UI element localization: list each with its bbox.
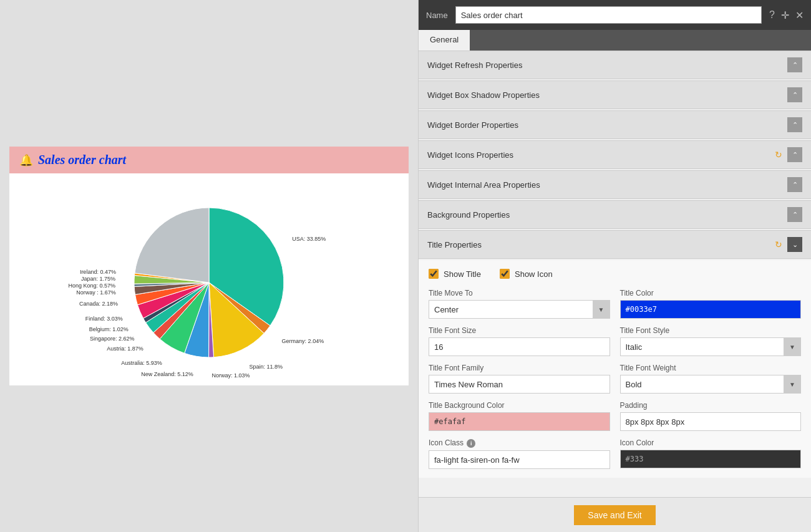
- section-border[interactable]: Widget Border Properties ⌃: [419, 110, 811, 139]
- help-icon[interactable]: ?: [769, 9, 775, 21]
- field-title-bg-color: Title Background Color #efafaf: [429, 401, 610, 431]
- title-bg-color-swatch[interactable]: #efafaf: [429, 412, 610, 431]
- field-title-font-style: Title Font Style Italic Normal Oblique ▼: [620, 326, 802, 356]
- icon-class-input[interactable]: [429, 450, 610, 469]
- section-background-label: Background Properties: [427, 210, 510, 220]
- show-title-label: Show Title: [444, 269, 481, 279]
- label-title-bg-color: Title Background Color: [429, 401, 610, 410]
- chart-title-icon: 🔔: [19, 153, 33, 167]
- show-title-checkbox[interactable]: [429, 269, 439, 279]
- move-icon[interactable]: ✛: [781, 9, 789, 21]
- section-refresh-controls: ⌃: [787, 57, 802, 72]
- title-font-weight-wrapper: Bold Normal Bolder Lighter ▼: [620, 375, 802, 394]
- widget-name-input[interactable]: [455, 6, 762, 24]
- show-icon-checkbox[interactable]: [500, 269, 510, 279]
- section-shadow-label: Widget Box Shadow Properties: [427, 90, 540, 100]
- section-internal-label: Widget Internal Area Properties: [427, 180, 540, 190]
- save-exit-button[interactable]: Save and Exit: [574, 505, 655, 525]
- chart-title-bar: 🔔 Sales order chart: [9, 147, 409, 173]
- label-icon-color: Icon Color: [620, 438, 802, 447]
- title-font-style-select[interactable]: Italic Normal Oblique: [620, 337, 802, 356]
- section-refresh-chevron[interactable]: ⌃: [787, 57, 802, 72]
- label-title-move-to: Title Move To: [429, 289, 610, 297]
- icon-color-swatch[interactable]: #333: [620, 450, 802, 468]
- section-internal-controls: ⌃: [787, 177, 802, 192]
- field-title-font-weight: Title Font Weight Bold Normal Bolder Lig…: [620, 364, 802, 394]
- section-background-chevron[interactable]: ⌃: [787, 207, 802, 222]
- section-internal[interactable]: Widget Internal Area Properties ⌃: [419, 170, 811, 199]
- panel-header: Name ? ✛ ✕: [419, 0, 811, 30]
- svg-text:Germany: 2.04%: Germany: 2.04%: [282, 338, 324, 344]
- header-icons: ? ✛ ✕: [769, 9, 804, 21]
- padding-input[interactable]: [620, 412, 802, 431]
- section-internal-chevron[interactable]: ⌃: [787, 177, 802, 192]
- chart-title-text: Sales order chart: [38, 153, 126, 167]
- chart-widget: 🔔 Sales order chart USA: 33.85%Germany: …: [9, 147, 409, 385]
- title-move-to-select[interactable]: Center Left Right: [429, 300, 610, 319]
- icon-class-info[interactable]: i: [467, 439, 475, 448]
- checkbox-row: Show Title Show Icon: [429, 269, 801, 279]
- label-title-color: Title Color: [620, 289, 802, 297]
- icons-refresh-icon[interactable]: ↻: [775, 150, 782, 160]
- svg-text:Norway : 1.67%: Norway : 1.67%: [76, 289, 116, 296]
- section-icons-chevron[interactable]: ⌃: [787, 147, 802, 162]
- svg-text:Austria: 1.87%: Austria: 1.87%: [107, 346, 143, 352]
- section-border-label: Widget Border Properties: [427, 120, 518, 130]
- svg-text:Spain: 11.8%: Spain: 11.8%: [249, 364, 283, 370]
- section-shadow-controls: ⌃: [787, 87, 802, 102]
- field-title-move-to: Title Move To Center Left Right ▼: [429, 289, 610, 319]
- section-title[interactable]: Title Properties ↻ ⌄: [419, 230, 811, 259]
- section-refresh-label: Widget Refresh Properties: [427, 60, 522, 70]
- svg-text:Norway: 1.03%: Norway: 1.03%: [211, 372, 250, 379]
- section-shadow[interactable]: Widget Box Shadow Properties ⌃: [419, 80, 811, 109]
- label-icon-class: Icon Class i: [429, 438, 610, 448]
- label-title-font-style: Title Font Style: [620, 326, 802, 335]
- section-title-label: Title Properties: [427, 240, 482, 249]
- section-shadow-chevron[interactable]: ⌃: [787, 87, 802, 102]
- section-refresh[interactable]: Widget Refresh Properties ⌃: [419, 51, 811, 79]
- section-border-chevron[interactable]: ⌃: [787, 117, 802, 132]
- svg-text:Ireland: 0.47%: Ireland: 0.47%: [80, 269, 116, 275]
- panel-content[interactable]: Widget Refresh Properties ⌃ Widget Box S…: [419, 51, 811, 497]
- pie-chart: USA: 33.85%Germany: 2.04%Spain: 11.8%Nor…: [22, 186, 396, 373]
- label-padding: Padding: [620, 401, 802, 410]
- title-color-swatch[interactable]: #0033e7: [620, 300, 802, 319]
- svg-text:Belgium: 1.02%: Belgium: 1.02%: [89, 326, 129, 332]
- show-icon-item: Show Icon: [500, 269, 553, 279]
- field-icon-class: Icon Class i: [429, 438, 610, 469]
- section-background-controls: ⌃: [787, 207, 802, 222]
- section-background[interactable]: Background Properties ⌃: [419, 200, 811, 229]
- section-title-controls: ↻ ⌄: [775, 237, 802, 252]
- right-panel: Name ? ✛ ✕ General Widget Refresh Proper…: [418, 0, 811, 532]
- section-title-chevron[interactable]: ⌄: [787, 237, 802, 252]
- form-grid: Title Move To Center Left Right ▼ Title …: [429, 289, 801, 469]
- svg-text:Japan: 1.75%: Japan: 1.75%: [81, 275, 115, 281]
- close-icon[interactable]: ✕: [795, 9, 804, 21]
- svg-text:New Zealand: 5.12%: New Zealand: 5.12%: [141, 371, 193, 377]
- label-title-font-family: Title Font Family: [429, 364, 610, 372]
- title-font-size-input[interactable]: [429, 337, 610, 356]
- field-title-color: Title Color #0033e7: [620, 289, 802, 319]
- field-title-font-size: Title Font Size: [429, 326, 610, 356]
- section-icons-controls: ↻ ⌃: [775, 147, 802, 162]
- field-title-font-family: Title Font Family: [429, 364, 610, 394]
- svg-text:USA: 33.85%: USA: 33.85%: [292, 236, 326, 242]
- name-label: Name: [426, 11, 448, 20]
- title-font-style-wrapper: Italic Normal Oblique ▼: [620, 337, 802, 356]
- show-title-item: Show Title: [429, 269, 481, 279]
- title-font-weight-select[interactable]: Bold Normal Bolder Lighter: [620, 375, 802, 394]
- title-properties-content: Show Title Show Icon Title Move To Cente…: [419, 260, 811, 478]
- panel-footer: Save and Exit: [419, 497, 811, 532]
- tab-general[interactable]: General: [419, 30, 470, 51]
- svg-text:Canada: 2.18%: Canada: 2.18%: [79, 301, 118, 307]
- chart-body: USA: 33.85%Germany: 2.04%Spain: 11.8%Nor…: [9, 173, 409, 385]
- title-font-family-input[interactable]: [429, 375, 610, 394]
- title-refresh-icon[interactable]: ↻: [775, 239, 782, 249]
- label-title-font-size: Title Font Size: [429, 326, 610, 335]
- section-icons[interactable]: Widget Icons Properties ↻ ⌃: [419, 140, 811, 169]
- show-icon-label: Show Icon: [515, 269, 553, 279]
- title-move-to-wrapper: Center Left Right ▼: [429, 300, 610, 319]
- svg-text:Hong Kong: 0.57%: Hong Kong: 0.57%: [69, 283, 116, 289]
- section-border-controls: ⌃: [787, 117, 802, 132]
- label-title-font-weight: Title Font Weight: [620, 364, 802, 372]
